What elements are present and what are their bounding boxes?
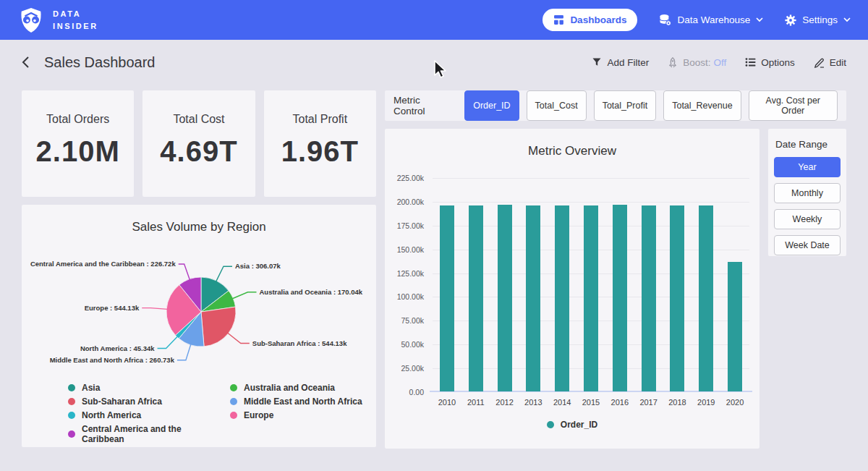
x-axis-tick: 2019 bbox=[690, 398, 722, 407]
metric-option-total-cost[interactable]: Total_Cost bbox=[527, 90, 587, 121]
dashboards-button[interactable]: Dashboards bbox=[542, 9, 637, 31]
y-axis-tick: 50.00k bbox=[380, 340, 424, 349]
x-axis-tick: 2018 bbox=[661, 398, 693, 407]
kpi-value: 4.69T bbox=[160, 135, 237, 168]
legend-dot bbox=[68, 430, 75, 438]
y-axis-tick: 175.00k bbox=[380, 221, 424, 230]
bar-2012[interactable] bbox=[498, 205, 512, 391]
date-range-option-year[interactable]: Year bbox=[774, 157, 841, 177]
pie-label-line bbox=[158, 336, 178, 349]
date-range-label: Date Range bbox=[775, 139, 841, 150]
navbar-menu: Dashboards Data Warehouse bbox=[542, 9, 851, 31]
metric-option-total-profit[interactable]: Total_Profit bbox=[594, 90, 657, 121]
bar-chart-title: Metric Overview bbox=[385, 129, 760, 158]
metric-option-avg-cost-per-order[interactable]: Avg. Cost per Order bbox=[749, 90, 838, 121]
legend-dot bbox=[230, 384, 237, 391]
metric-control-options: Order_IDTotal_CostTotal_ProfitTotal_Reve… bbox=[464, 90, 838, 121]
x-axis-tick: 2012 bbox=[489, 398, 521, 407]
options-button[interactable]: Options bbox=[745, 57, 795, 68]
date-range-option-weekly[interactable]: Weekly bbox=[774, 209, 841, 229]
bar-2019[interactable] bbox=[699, 205, 713, 391]
legend-item-asia[interactable]: Asia bbox=[68, 383, 226, 393]
kpi-value: 2.10M bbox=[36, 135, 120, 168]
pie-label: North America : 45.34k bbox=[80, 344, 155, 352]
pie-slice-sub-saharan-africa[interactable] bbox=[201, 307, 236, 347]
boost-toggle[interactable]: Boost: Off bbox=[668, 57, 726, 68]
legend-item-north-america[interactable]: North America bbox=[68, 410, 226, 420]
bar-2016[interactable] bbox=[613, 205, 627, 391]
bar-2010[interactable] bbox=[440, 205, 454, 391]
legend-item-central-america-and-the-caribbean[interactable]: Central America and the Caribbean bbox=[68, 424, 226, 444]
settings-label: Settings bbox=[802, 14, 838, 25]
kpi-total-profit: Total Profit 1.96T bbox=[264, 90, 376, 197]
x-axis-tick: 2014 bbox=[546, 398, 578, 407]
bar-2020[interactable] bbox=[728, 262, 742, 391]
settings-menu[interactable]: Settings bbox=[785, 14, 851, 26]
dashboard-icon bbox=[553, 14, 564, 25]
legend-dot bbox=[68, 412, 75, 419]
bar-2011[interactable] bbox=[469, 205, 483, 391]
page-title: Sales Dashboard bbox=[44, 54, 155, 71]
y-axis-tick: 125.00k bbox=[380, 269, 424, 278]
brand-line-2: INSIDER bbox=[53, 20, 98, 33]
x-axis-tick: 2016 bbox=[604, 398, 636, 407]
legend-label: Australia and Oceania bbox=[244, 383, 335, 393]
legend-dot bbox=[230, 398, 237, 405]
edit-button[interactable]: Edit bbox=[814, 57, 846, 68]
database-icon bbox=[659, 14, 671, 26]
legend-label: Central America and the Caribbean bbox=[82, 424, 226, 444]
dashboards-label: Dashboards bbox=[570, 14, 626, 25]
legend-label: Asia bbox=[82, 383, 100, 393]
metric-option-order-id[interactable]: Order_ID bbox=[464, 90, 519, 121]
sales-volume-panel: Sales Volume by Region Asia : 306.07kAus… bbox=[22, 205, 376, 447]
pie-label: Europe : 544.13k bbox=[85, 304, 140, 312]
kpi-value: 1.96T bbox=[281, 135, 359, 168]
gridline bbox=[433, 178, 749, 179]
metric-option-total-revenue[interactable]: Total_Revenue bbox=[663, 90, 741, 121]
legend-label: Middle East and North Africa bbox=[244, 396, 362, 407]
date-range-option-monthly[interactable]: Monthly bbox=[774, 183, 841, 203]
pie-legend: AsiaAustralia and OceaniaSub-Saharan Afr… bbox=[68, 383, 362, 444]
legend-item-europe[interactable]: Europe bbox=[230, 410, 362, 420]
kpi-label: Total Profit bbox=[293, 113, 348, 126]
date-range-panel: Date Range YearMonthlyWeeklyWeek Date bbox=[768, 129, 846, 256]
kpi-label: Total Orders bbox=[46, 113, 109, 126]
back-chevron-icon[interactable] bbox=[22, 56, 30, 69]
pie-label-line bbox=[228, 333, 250, 343]
data-warehouse-menu[interactable]: Data Warehouse bbox=[659, 14, 763, 26]
date-range-option-week-date[interactable]: Week Date bbox=[774, 235, 841, 255]
x-axis-tick: 2010 bbox=[431, 398, 463, 407]
bar-2017[interactable] bbox=[642, 205, 656, 391]
y-axis-tick: 150.00k bbox=[380, 245, 424, 254]
bar-2018[interactable] bbox=[670, 205, 684, 391]
legend-item-middle-east-and-north-africa[interactable]: Middle East and North Africa bbox=[230, 396, 362, 407]
y-axis-tick: 200.00k bbox=[380, 198, 424, 206]
mouse-cursor bbox=[433, 60, 448, 79]
boost-value: Off bbox=[713, 57, 726, 68]
bar-2015[interactable] bbox=[584, 205, 598, 391]
y-axis-tick: 225.00k bbox=[380, 174, 424, 182]
legend-dot bbox=[68, 384, 75, 391]
pie-label: Sub-Saharan Africa : 544.13k bbox=[252, 339, 347, 347]
data-warehouse-label: Data Warehouse bbox=[677, 14, 750, 25]
pencil-icon bbox=[814, 57, 825, 68]
date-range-options: YearMonthlyWeeklyWeek Date bbox=[774, 157, 841, 255]
bar-2013[interactable] bbox=[526, 205, 540, 391]
chevron-down-icon bbox=[756, 17, 763, 22]
add-filter-button[interactable]: Add Filter bbox=[592, 57, 649, 68]
legend-dot bbox=[547, 421, 554, 428]
legend-dot bbox=[68, 398, 75, 405]
header-actions: Add Filter Boost: Off Options bbox=[592, 57, 846, 68]
pie-label: Australia and Oceania : 170.04k bbox=[259, 288, 362, 296]
legend-item-australia-and-oceania[interactable]: Australia and Oceania bbox=[230, 383, 362, 393]
kpi-total-orders: Total Orders 2.10M bbox=[22, 90, 134, 197]
pie-label-line bbox=[177, 344, 191, 360]
bar-2014[interactable] bbox=[555, 205, 569, 391]
pie-label-line bbox=[216, 266, 232, 281]
brand-line-1: DATA bbox=[53, 8, 98, 20]
top-navbar: DATA INSIDER Dashboards Data Warehouse bbox=[0, 0, 868, 40]
kpi-row: Total Orders 2.10M Total Cost 4.69T Tota… bbox=[22, 90, 376, 197]
rocket-icon bbox=[668, 57, 678, 68]
legend-item-sub-saharan-africa[interactable]: Sub-Saharan Africa bbox=[68, 396, 226, 407]
gridline bbox=[433, 202, 749, 203]
